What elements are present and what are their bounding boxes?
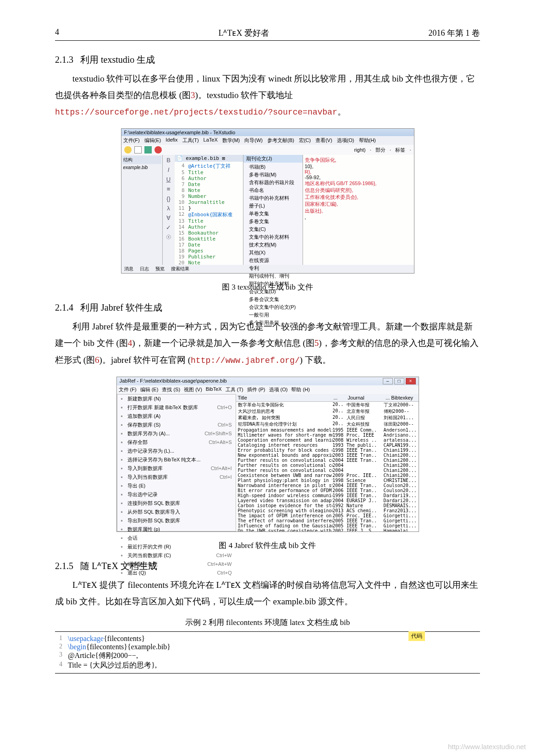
menu-item[interactable]: 查找 (S): [162, 386, 180, 393]
table-row[interactable]: Bit error rate performance of OFDM in na…: [236, 488, 419, 493]
table-row[interactable]: Cataloging internet resources1993The pub…: [236, 443, 419, 448]
file-menu-item[interactable]: ▫追加数据库 (A): [117, 412, 236, 421]
dropdown-item[interactable]: 文集中的补充材料: [246, 233, 300, 241]
table-row[interactable]: Further results on convolutional code se…: [236, 458, 419, 463]
file-menu-item[interactable]: ▫导出 (E): [117, 482, 236, 490]
menu-item[interactable]: 工具(T): [182, 137, 199, 144]
file-menu-item[interactable]: ▫会话: [117, 534, 236, 542]
table-row[interactable]: Layered video transmission on adaptive O…: [236, 498, 419, 503]
dropdown-item[interactable]: 多卷会议文集: [246, 296, 300, 303]
minimize-icon[interactable]: –: [383, 378, 393, 384]
dropdown-item[interactable]: 书命名: [246, 186, 300, 194]
table-row[interactable]: The impact of OFDM interference on TH-PP…: [236, 513, 419, 518]
table-row[interactable]: Narrowband interference in pilot symbol …: [236, 483, 419, 488]
table-row[interactable]: Propagation measurements and models for …: [236, 427, 419, 433]
table-row[interactable]: Millimeter waves for short-range multime…: [236, 433, 419, 438]
dropdown-item[interactable]: 其他(X): [246, 249, 300, 257]
dropdown-item[interactable]: 书籍中的补充材料: [246, 194, 300, 202]
table-row[interactable]: Further results on convolutional code se…: [236, 468, 419, 473]
table-row[interactable]: Phenotypic screening with oleaginous mic…: [236, 508, 419, 513]
menu-item[interactable]: 视图 (V): [184, 386, 202, 393]
close-icon[interactable]: [154, 146, 162, 153]
file-menu-item[interactable]: ▫新建数据库 (N): [117, 394, 236, 403]
dropdown-item[interactable]: 专利: [246, 264, 300, 272]
fig4-file-menu[interactable]: ▫新建数据库 (N)▫打开数据库 新建 BibTeX 数据库Ctrl+O▫追加数…: [117, 394, 236, 531]
menu-item[interactable]: Idefix: [165, 137, 177, 144]
table-row[interactable]: 大风沙过后的思考20..北京青年报傅刚2000--: [236, 408, 419, 415]
table-row[interactable]: On the UWB system coexistence with GSM90…: [236, 528, 419, 531]
menu-item[interactable]: 选项 (O): [269, 386, 288, 393]
file-menu-item[interactable]: ▫打开数据库 新建 BibTeX 数据库Ctrl+O: [117, 403, 236, 412]
italic-icon[interactable]: I: [168, 166, 170, 173]
file-menu-item[interactable]: ▫最近打开的文件 (R): [117, 542, 236, 551]
file-menu-item[interactable]: ▫关闭当前数据库 (C)Ctrl+W: [117, 551, 236, 560]
file-menu-item[interactable]: ▫保存数据库 (S)Ctrl+S: [117, 421, 236, 429]
table-row[interactable]: 犯罪DNA库与生命伦理学计划20..大众科技报张田勤2000--: [236, 421, 419, 427]
fig4-table[interactable]: Title...Journal... Bibtexkey 数字革命与竞争国际化2…: [236, 394, 419, 531]
maximize-icon[interactable]: □: [394, 378, 404, 384]
fig3-editor[interactable]: 📄 example.bib ⊠ 4@Article{丁文祥5Title6Auth…: [175, 155, 243, 265]
file-menu-item[interactable]: ▫导入到新数据库Ctrl+Alt+I: [117, 464, 236, 473]
file-menu-item[interactable]: ▫导出选中记录: [117, 490, 236, 499]
dropdown-item[interactable]: 技术文档(M): [246, 241, 300, 249]
table-row[interactable]: Error probability for block codes over c…: [236, 448, 419, 453]
table-row[interactable]: 数字革命与竞争国际化20..中国青年报丁文祥2000--: [236, 402, 419, 408]
dropdown-item[interactable]: 单卷文集: [246, 210, 300, 218]
menu-item[interactable]: LaTeX: [204, 137, 218, 144]
dropdown-item[interactable]: 多卷文集: [246, 218, 300, 225]
dropdown-item[interactable]: 期刊或特刊、增刊: [246, 272, 300, 280]
menu-item[interactable]: 文件 (F): [119, 386, 137, 393]
dropdown-item[interactable]: 多卷书籍(M): [246, 171, 300, 179]
menu-item[interactable]: 编辑(E): [144, 137, 161, 144]
menu-item[interactable]: 宏(C): [299, 137, 311, 144]
table-row[interactable]: The effect of narrowband interference on…: [236, 518, 419, 523]
fig-ref-6[interactable]: 6: [95, 355, 99, 365]
file-menu-item[interactable]: ▫数据库属性 (p): [117, 525, 236, 534]
underline-icon[interactable]: U: [166, 176, 171, 183]
table-row[interactable]: Carbon isotope evidence for the stepwise…: [236, 503, 419, 508]
file-menu-item[interactable]: ▫选中记录另存为 (L)...: [117, 447, 236, 455]
table-row[interactable]: Plant physiology:plant biology in the Ge…: [236, 478, 419, 483]
save-icon[interactable]: [144, 146, 152, 153]
menu-item[interactable]: 选项(O): [337, 137, 354, 144]
menu-item[interactable]: 文件(F): [123, 137, 140, 144]
dropdown-item[interactable]: 册子(L): [246, 202, 300, 210]
menu-item[interactable]: 帮助(H): [359, 137, 376, 144]
table-row[interactable]: 雾霾来袭, 如何突围20..人民日报刘裕国201...: [236, 415, 419, 421]
file-menu-item[interactable]: ▫导入到当前数据库Ctrl+I: [117, 473, 236, 482]
menu-item[interactable]: 参考文献(B): [267, 137, 294, 144]
dropdown-item[interactable]: 会议文集中的论文(P): [246, 303, 300, 311]
file-menu-item[interactable]: ▫导出到外部 SQL 数据库: [117, 516, 236, 525]
texstudio-url[interactable]: https://sourceforge.net/projects/texstud…: [55, 108, 337, 117]
dropdown-item[interactable]: 文集(C): [246, 225, 300, 233]
file-menu-item[interactable]: ▫选择记录另存为 BibTeX 纯文本...: [117, 455, 236, 464]
file-menu-item[interactable]: ▫数据库另存为 (A)...Ctrl+Shift+S: [117, 429, 236, 438]
fig3-bibmenu[interactable]: 期刊论文(J) 书籍(B)多卷书籍(M)含有标题的书籍片段书命名书籍中的补充材料…: [243, 155, 303, 265]
dropdown-item[interactable]: 书籍(B): [246, 163, 300, 171]
menu-item[interactable]: 工具 (T): [226, 386, 243, 393]
table-row[interactable]: Further results on convolutional code se…: [236, 463, 419, 468]
dropdown-item[interactable]: 含有标题的书籍片段: [246, 179, 300, 186]
table-row[interactable]: Coexistence between UWB and narrow-band …: [236, 473, 419, 478]
close-icon[interactable]: ×: [406, 378, 416, 384]
fig-ref-4[interactable]: 4: [128, 338, 132, 348]
menu-item[interactable]: 向导(W): [244, 137, 263, 144]
dropdown-item[interactable]: 在线资源: [246, 257, 300, 264]
menu-item[interactable]: BibTeX: [206, 386, 222, 393]
status-tab[interactable]: 搜索结果: [171, 266, 189, 272]
menu-item[interactable]: 帮助 (H): [291, 386, 309, 393]
dropdown-item[interactable]: 一般引用: [246, 311, 300, 319]
bold-icon[interactable]: B: [166, 157, 171, 164]
jabref-url[interactable]: http://www.jabref.org/: [191, 356, 300, 365]
table-row[interactable]: New exponential bounds and approximation…: [236, 453, 419, 458]
menu-item[interactable]: 查看(V): [315, 137, 332, 144]
status-tab[interactable]: 日志: [140, 266, 149, 272]
menu-item[interactable]: 插件 (P): [247, 386, 265, 393]
menu-item[interactable]: 编辑 (E): [140, 386, 159, 393]
table-row[interactable]: Influence of fading on the Gaussian appr…: [236, 523, 419, 528]
status-tab[interactable]: 预览: [155, 266, 165, 272]
new-icon[interactable]: [134, 146, 142, 153]
fig-ref-5[interactable]: 5: [314, 338, 319, 348]
status-tab[interactable]: 消息: [124, 266, 133, 272]
table-row[interactable]: High-speed indoor wireless communication…: [236, 493, 419, 498]
